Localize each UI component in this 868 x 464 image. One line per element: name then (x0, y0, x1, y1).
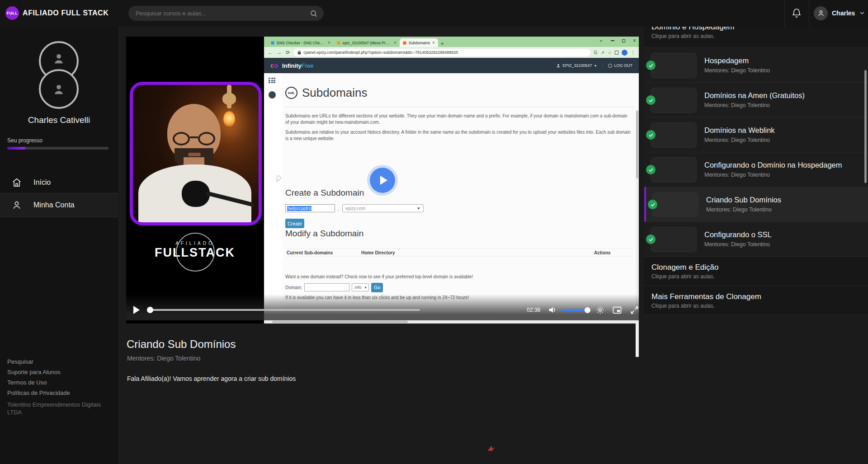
annotation-red-cursor (486, 445, 493, 452)
module-section-mais-ferramentas-de-clonagem[interactable]: Mais Ferramentas de ClonagemClique para … (644, 286, 868, 315)
go-button: Go (371, 283, 383, 292)
browser-tab-epiz-32100547-meus-produ: epiz_32100547 (Meus Produtos× (334, 38, 400, 47)
lesson-thumbnail (652, 192, 698, 217)
progress-bar (7, 147, 108, 150)
tab-title: DNS Checker - DNS Check Propa (277, 41, 326, 45)
tld-select: .info▼ (352, 283, 369, 291)
module-section-clonagem-e-edi-o[interactable]: Clonagem e EdiçãoClique para abrir as au… (644, 257, 868, 286)
want-domain-text: Want a new domain instead? Check now to … (285, 274, 632, 280)
search-input[interactable] (136, 10, 310, 17)
notifications-bell-icon[interactable] (791, 8, 803, 19)
lesson-thumbnail (651, 227, 697, 252)
module-section-dom-nio-e-hospedagem[interactable]: Domínio e HospedagemClique para abrir as… (644, 27, 868, 48)
domain-separator: . (338, 206, 339, 212)
video-play-overlay-button[interactable] (370, 168, 395, 193)
search-icon[interactable] (310, 10, 317, 17)
infinityfree-brand: InfinityFree (282, 62, 313, 69)
tab-close-icon: × (432, 40, 435, 45)
subdomain-input: heitorcastro (285, 204, 335, 212)
volume-handle[interactable] (585, 307, 590, 313)
lesson-thumbnail (651, 122, 697, 148)
divider (285, 107, 633, 107)
recorded-browser: DNS Checker - DNS Check Propa×epiz_32100… (264, 37, 639, 323)
seek-bar[interactable] (148, 309, 520, 311)
addressbar-icons: G↗☆ ⋮ (594, 50, 635, 56)
domain-select: epizy.com▼ (342, 204, 424, 212)
settings-gear-icon[interactable] (596, 305, 605, 314)
footer-link-suporte-para-alunos[interactable]: Suporte para Alunos (7, 369, 61, 375)
window-maximize-icon (622, 39, 625, 42)
user-avatar-icon (814, 6, 828, 20)
browser-menu-icon: ⋮ (631, 50, 635, 55)
lesson-item-title: Domínios na Weblink (704, 126, 775, 135)
lesson-item-configurando-o-ssl[interactable]: Configurando o SSLMentores: Diego Tolent… (644, 222, 868, 257)
completed-check-icon (646, 61, 656, 70)
url-field: cpanel.epizy.com/panel/indexpl.php?optio… (293, 49, 590, 56)
volume-slider[interactable] (562, 309, 588, 311)
create-subdomain-heading: Create a Subdomain (285, 188, 364, 198)
epizy-icon (337, 41, 340, 45)
completed-check-icon (646, 130, 656, 140)
sidebar-item-inicio[interactable]: Início (0, 172, 118, 193)
module-title: Clonagem e Edição (651, 263, 868, 272)
lesson-item-dom-nios-na-amen-gratuitos-[interactable]: Domínios na Amen (Gratuitos)Mentores: Di… (644, 83, 868, 117)
person-icon (12, 200, 22, 210)
lesson-item-criando-sub-dom-nios[interactable]: Criando Sub DomíniosMentores: Diego Tole… (644, 187, 868, 222)
sidebar-item-label: Início (33, 178, 51, 187)
share-icon: ↗ (601, 50, 604, 55)
sidebar-item-label: Minha Conta (33, 201, 75, 209)
lesson-thumbnail (651, 157, 697, 183)
browser-profile-avatar (622, 50, 627, 56)
lesson-item-mentors: Mentores: Diego Tolentino (704, 241, 770, 248)
play-button[interactable] (133, 306, 140, 314)
brand-logo[interactable]: FULL (5, 6, 19, 20)
browser-tab-subdomains: Subdomains× (400, 38, 438, 47)
forward-icon: → (277, 50, 282, 56)
search-bar[interactable] (128, 6, 324, 21)
panel-scrollbar[interactable] (864, 70, 867, 183)
watermark-circle (176, 233, 215, 272)
lesson-item-dom-nios-na-weblink[interactable]: Domínios na WeblinkMentores: Diego Tolen… (644, 117, 868, 152)
footer-link-pol-ticas-de-privacidade[interactable]: Políticas de Privacidade (7, 389, 70, 396)
lesson-item-hospedagem[interactable]: HospedagemMentores: Diego Tolentino (644, 48, 868, 83)
sidebar-item-minha-conta[interactable]: Minha Conta (0, 193, 118, 217)
completed-check-icon (648, 200, 657, 209)
left-sidebar: Charles Cativelli Seu progresso Início M… (0, 27, 118, 464)
fullscreen-icon[interactable] (630, 305, 639, 314)
volume-icon[interactable] (548, 306, 557, 314)
user-menu[interactable]: Charles (814, 6, 865, 20)
browser-tab-dns-checker-dns-check-pr: DNS Checker - DNS Check Propa× (268, 38, 334, 47)
new-tab-button: + (441, 41, 444, 47)
tab-title: epiz_32100547 (Meus Produtos (343, 41, 392, 45)
lesson-item-configurando-o-dom-nio-na-hospedagem[interactable]: Configurando o Domínio na HospedagemMent… (644, 152, 868, 187)
completed-check-icon (646, 95, 656, 105)
lesson-item-mentors: Mentores: Diego Tolentino (704, 67, 770, 74)
cpanel-account-menu: EPIZ_32100547 ▼ (556, 63, 603, 68)
profile-avatar[interactable] (39, 69, 79, 109)
seek-handle[interactable] (147, 307, 153, 313)
lesson-item-title: Configurando o Domínio na Hospedagem (704, 161, 842, 169)
window-controls: × (599, 37, 636, 44)
topbar: FULL AFILIADO FULL STACK Charles (0, 0, 868, 27)
video-player[interactable]: AFILIADO FULLSTACK DNS Checker - DNS Che… (126, 37, 639, 323)
subdomains-badge-icon: sub. (285, 87, 297, 99)
brand-title: AFILIADO FULL STACK (23, 9, 108, 17)
back-icon: ← (268, 50, 273, 56)
module-subtitle: Clique para abrir as aulas. (651, 273, 868, 280)
completed-check-icon (646, 234, 656, 244)
topbar-divider (784, 0, 785, 27)
home-icon (12, 178, 22, 187)
account-person-icon (556, 63, 561, 68)
footer-link-pesquisar[interactable]: Pesquisar (7, 358, 33, 365)
progress-fill (7, 147, 25, 150)
lesson-item-mentors: Mentores: Diego Tolentino (704, 172, 770, 178)
pip-icon[interactable] (613, 305, 622, 314)
time-display: 02:38 (527, 307, 542, 313)
lessons-panel: Domínio e HospedagemClique para abrir as… (644, 27, 868, 464)
lesson-description: Fala Afiliado(a)! Vamos aprender agora a… (127, 375, 296, 382)
lesson-item-title: Criando Sub Domínios (706, 196, 781, 204)
chevron-down-icon (859, 10, 865, 16)
lesson-item-title: Domínios na Amen (Gratuitos) (704, 91, 805, 100)
footer-link-termos-de-uso[interactable]: Termos de Uso (7, 379, 47, 386)
bookmark-star-icon: ☆ (608, 50, 612, 55)
